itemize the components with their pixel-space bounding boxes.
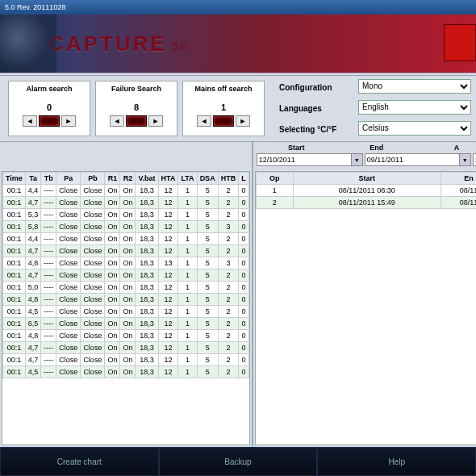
table-row[interactable]: 00:14,7----CloseCloseOnOn18,3121520	[3, 197, 249, 209]
column-header[interactable]: Start	[293, 173, 441, 185]
config-label-languages: Languages	[279, 100, 352, 118]
table-cell: 00:1	[3, 318, 26, 330]
table-cell: 2	[218, 282, 239, 294]
column-header[interactable]: LTA	[178, 173, 197, 185]
column-header[interactable]: R1	[105, 173, 120, 185]
table-cell: 12	[158, 306, 178, 318]
table-cell: 5	[197, 233, 218, 245]
window-titlebar: 5.0 Rev. 20111028	[0, 0, 476, 15]
units-select[interactable]: Celsius	[358, 121, 471, 136]
end-date-input[interactable]	[365, 153, 460, 166]
table-cell: 4,7	[25, 245, 41, 257]
table-row[interactable]: 00:14,5----CloseCloseOnOn18,3121520	[3, 306, 249, 318]
table-cell: 13	[158, 257, 178, 269]
table-cell: 4,7	[25, 269, 41, 282]
start-date-dropdown-icon[interactable]: ▼	[352, 153, 363, 166]
table-cell: 1	[178, 197, 197, 209]
table-cell: 4,5	[25, 366, 41, 378]
configuration-select[interactable]: Mono	[358, 79, 471, 94]
table-row[interactable]: 00:14,7----CloseCloseOnOn18,3121520	[3, 245, 249, 257]
events-grid-container[interactable]: OpStartEn 108/11/2011 08:3008/11208/11/2…	[255, 171, 476, 445]
column-header[interactable]: Ta	[25, 173, 41, 185]
table-row[interactable]: 00:16,5----CloseCloseOnOn18,3121520	[3, 318, 249, 330]
column-header[interactable]: Pa	[56, 173, 81, 185]
table-row[interactable]: 00:15,3----CloseCloseOnOn18,3121520	[3, 209, 249, 221]
column-header[interactable]: Time	[3, 173, 26, 185]
table-cell: On	[120, 269, 136, 282]
a-input[interactable]	[473, 153, 476, 166]
start-date-input[interactable]	[257, 153, 352, 166]
table-cell: 18,3	[136, 185, 158, 197]
table-cell: Close	[81, 282, 105, 294]
table-cell: 18,3	[136, 282, 158, 294]
table-cell: 2	[218, 306, 239, 318]
languages-select[interactable]: English	[358, 100, 471, 115]
column-header[interactable]: En	[441, 173, 476, 185]
create-chart-button[interactable]: Create chart	[0, 447, 159, 476]
table-row[interactable]: 00:14,8----CloseCloseOnOn18,3131530	[3, 257, 249, 269]
table-cell: Close	[56, 197, 81, 209]
column-header[interactable]: Pb	[81, 173, 105, 185]
table-cell: ----	[41, 318, 56, 330]
table-row[interactable]: 00:15,0----CloseCloseOnOn18,3121520	[3, 282, 249, 294]
data-grid[interactable]: TimeTaTbPaPbR1R2V.batHTALTADSAHTBL 00:14…	[2, 172, 249, 378]
table-cell: 00:1	[3, 366, 26, 378]
table-cell: 0	[239, 330, 249, 342]
table-row[interactable]: 00:14,8----CloseCloseOnOn18,3121520	[3, 294, 249, 306]
column-header[interactable]: V.bat	[136, 173, 158, 185]
end-date-dropdown-icon[interactable]: ▼	[460, 153, 471, 166]
table-cell: 4,5	[25, 306, 41, 318]
table-cell: 12	[158, 318, 178, 330]
table-cell: 0	[239, 306, 249, 318]
table-cell: 0	[239, 342, 249, 354]
failure-prev-button[interactable]: ◄	[110, 115, 124, 127]
table-cell: Close	[81, 269, 105, 282]
failure-search-label: Failure Search	[111, 85, 161, 101]
column-header[interactable]: DSA	[197, 173, 218, 185]
table-cell: 2	[218, 209, 239, 221]
column-header[interactable]: HTB	[218, 173, 239, 185]
table-cell: 00:1	[3, 245, 26, 257]
table-row[interactable]: 00:14,8----CloseCloseOnOn18,3121520	[3, 330, 249, 342]
table-row[interactable]: 00:14,7----CloseCloseOnOn18,3121520	[3, 354, 249, 366]
help-button[interactable]: Help	[317, 447, 476, 476]
column-header[interactable]: L	[239, 173, 249, 185]
mains-prev-button[interactable]: ◄	[197, 115, 211, 127]
backup-button[interactable]: Backup	[159, 447, 318, 476]
alarm-next-button[interactable]: ►	[61, 115, 76, 127]
table-cell: 5	[197, 282, 218, 294]
column-header[interactable]: Op	[256, 173, 293, 185]
table-row[interactable]: 00:14,4----CloseCloseOnOn18,3121520	[3, 185, 249, 197]
column-header[interactable]: HTA	[158, 173, 178, 185]
column-header[interactable]: R2	[120, 173, 136, 185]
config-panel: Configuration Mono Languages English Sel…	[269, 81, 471, 136]
table-cell: 5	[197, 197, 218, 209]
table-cell: 5	[197, 366, 218, 378]
table-row[interactable]: 208/11/2011 15:4908/11	[256, 197, 476, 209]
table-cell: 1	[178, 269, 197, 282]
failure-next-button[interactable]: ►	[148, 115, 163, 127]
table-row[interactable]: 00:14,7----CloseCloseOnOn18,3121520	[3, 269, 249, 282]
mains-next-button[interactable]: ►	[236, 115, 250, 127]
table-cell: Close	[56, 209, 81, 221]
app-title: CAPTURE	[48, 31, 167, 56]
table-row[interactable]: 108/11/2011 08:3008/11	[256, 185, 476, 197]
table-row[interactable]: 00:14,7----CloseCloseOnOn18,3121520	[3, 342, 249, 354]
data-grid-container[interactable]: TimeTaTbPaPbR1R2V.batHTALTADSAHTBL 00:14…	[2, 171, 250, 445]
table-cell: On	[105, 269, 120, 282]
table-row[interactable]: 00:14,5----CloseCloseOnOn18,3121520	[3, 366, 249, 378]
table-row[interactable]: 00:14,4----CloseCloseOnOn18,3121520	[3, 233, 249, 245]
table-cell: On	[120, 209, 136, 221]
events-grid[interactable]: OpStartEn 108/11/2011 08:3008/11208/11/2…	[256, 172, 476, 209]
failure-search-box: Failure Search 8 ◄ ►	[95, 81, 177, 136]
column-header[interactable]: Tb	[41, 173, 56, 185]
table-cell: 0	[239, 318, 249, 330]
table-cell: 12	[158, 366, 178, 378]
table-cell: Close	[56, 269, 81, 282]
alarm-prev-button[interactable]: ◄	[23, 115, 37, 127]
table-cell: 5	[197, 209, 218, 221]
failure-search-count: 8	[134, 102, 139, 112]
table-row[interactable]: 00:15,8----CloseCloseOnOn18,3121530	[3, 221, 249, 233]
table-cell: 2	[218, 197, 239, 209]
table-cell: 5	[197, 257, 218, 269]
